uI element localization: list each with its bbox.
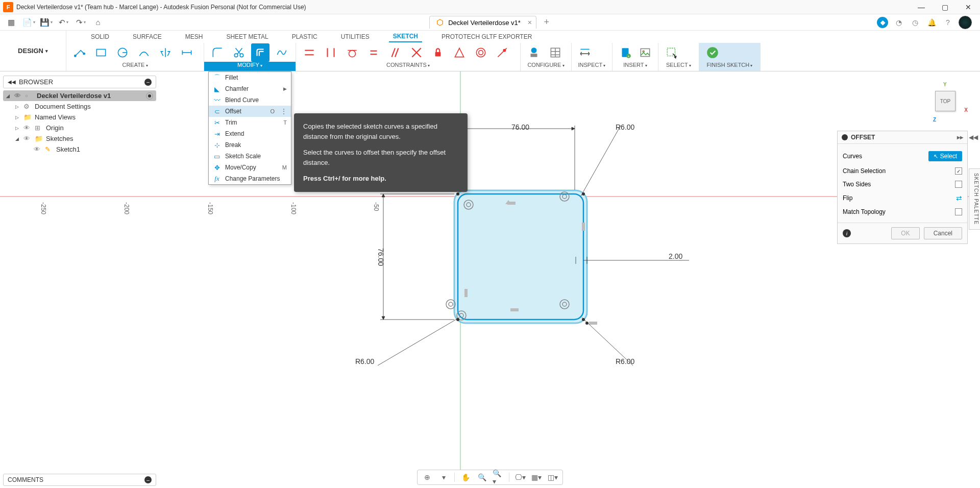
arc-tool[interactable] [135, 43, 153, 62]
perpendicular-constraint[interactable] [407, 43, 426, 62]
display-button[interactable]: 🖵▾ [514, 472, 526, 483]
menu-break[interactable]: ⊹Break [209, 139, 291, 151]
dim-br-radius[interactable]: R6.00 [616, 357, 634, 365]
visibility-icon[interactable]: 👁 [23, 135, 32, 142]
tree-item-settings[interactable]: ▷ ⚙ Document Settings [3, 101, 156, 112]
table-tool[interactable] [546, 43, 565, 62]
configure-group-label[interactable]: CONFIGURE [521, 62, 571, 71]
pin-icon[interactable]: ▸▸ [957, 134, 963, 141]
menu-extend[interactable]: ⇥Extend [209, 128, 291, 139]
notifications-icon[interactable]: 🔔 [926, 17, 937, 28]
inspect-group-label[interactable]: INSPECT [572, 62, 612, 71]
expand-icon[interactable]: ▷ [15, 104, 20, 109]
modify-group-label[interactable]: MODIFY [204, 62, 296, 71]
flip-button[interactable]: ⇄ [956, 194, 962, 202]
expand-icon[interactable]: ▷ [15, 115, 20, 120]
constraints-group-label[interactable]: CONSTRAINTS [296, 62, 520, 71]
viewport-button[interactable]: ◫▾ [547, 472, 558, 483]
dim-offset[interactable]: 2.00 [669, 252, 682, 260]
add-tab-button[interactable]: + [541, 16, 553, 29]
tab-solid[interactable]: SOLID [87, 32, 113, 42]
line-tool[interactable] [70, 43, 89, 62]
home-button[interactable]: ⌂ [91, 16, 105, 29]
circle-tool[interactable] [113, 43, 132, 62]
comments-bar[interactable]: COMMENTS – [3, 474, 156, 486]
midpoint-constraint[interactable] [450, 43, 469, 62]
collapse-icon[interactable] [842, 134, 848, 140]
ok-button[interactable]: OK [891, 227, 919, 239]
new-file-button[interactable]: 📄 [21, 16, 36, 29]
minimize-panel-icon[interactable]: – [144, 79, 152, 86]
tab-sketch[interactable]: SKETCH [389, 31, 422, 42]
updates-icon[interactable]: ◔ [893, 17, 904, 28]
more-icon[interactable]: ⋮ [281, 108, 287, 115]
trim-tool[interactable] [230, 43, 248, 62]
menu-move[interactable]: ✥Move/CopyM [209, 162, 291, 173]
tab-mesh[interactable]: MESH [181, 32, 207, 42]
match-checkbox[interactable] [955, 208, 962, 215]
save-button[interactable]: 💾 [39, 16, 53, 29]
grid-button[interactable]: ▦▾ [531, 472, 542, 483]
fillet-tool[interactable] [208, 43, 227, 62]
menu-params[interactable]: fxChange Parameters [209, 173, 291, 184]
tab-surface[interactable]: SURFACE [129, 32, 166, 42]
menu-fillet[interactable]: ⌒Fillet [209, 72, 291, 83]
browser-header[interactable]: ◀◀ BROWSER – [3, 76, 156, 88]
menu-blend[interactable]: 〰Blend Curve [209, 94, 291, 106]
insert-group-label[interactable]: INSERT [612, 62, 658, 71]
menu-chamfer[interactable]: ◣Chamfer▶ [209, 83, 291, 94]
measure-tool[interactable] [576, 43, 594, 62]
view-cube[interactable]: Y TOP X Z [929, 85, 965, 120]
dimension-tool[interactable] [178, 43, 196, 62]
menu-offset[interactable]: ⊂OffsetO⋮ [209, 106, 291, 117]
apps-grid-icon[interactable]: ▦ [4, 16, 18, 29]
palette-collapse-icon[interactable]: ◀◀ [969, 134, 978, 141]
tree-item-sketch1[interactable]: 👁 ✎ Sketch1 [3, 144, 156, 155]
minimize-comments-icon[interactable]: – [144, 476, 152, 483]
job-status-icon[interactable]: ◷ [910, 17, 921, 28]
redo-button[interactable]: ↷ [74, 16, 88, 29]
tree-item-sketches[interactable]: ◢ 👁 📁 Sketches [3, 133, 156, 144]
vertical-constraint[interactable] [322, 43, 340, 62]
collapse-icon[interactable]: ◢ [15, 136, 20, 141]
orbit-button[interactable]: ⊕ [422, 472, 433, 483]
equal-constraint[interactable] [364, 43, 383, 62]
rectangle-tool[interactable] [92, 43, 110, 62]
minimize-button[interactable]: — [910, 0, 933, 14]
dim-left-height[interactable]: 76.00 [377, 248, 385, 266]
user-avatar[interactable] [959, 16, 972, 29]
fix-constraint[interactable] [429, 43, 447, 62]
horizontal-constraint[interactable] [300, 43, 318, 62]
coincident-constraint[interactable] [493, 43, 511, 62]
help-icon[interactable]: ? [942, 17, 953, 28]
create-group-label[interactable]: CREATE [66, 62, 204, 71]
insert-component-tool[interactable]: + [617, 43, 634, 62]
extensions-icon[interactable]: ◆ [877, 17, 888, 28]
menu-trim[interactable]: ✂TrimT [209, 117, 291, 128]
undo-button[interactable]: ↶ [56, 16, 70, 29]
tab-prototech[interactable]: PROTOTECH GLTF EXPORTER [437, 32, 536, 42]
visibility-icon[interactable]: 👁 [23, 124, 32, 132]
viewcube-face[interactable]: TOP [935, 91, 955, 111]
two-sides-checkbox[interactable] [955, 181, 962, 188]
tree-item-origin[interactable]: ▷ 👁 ⊞ Origin [3, 123, 156, 133]
cancel-button[interactable]: Cancel [924, 227, 962, 239]
pan-button[interactable]: ✋ [460, 472, 471, 483]
dim-top-radius[interactable]: R6.00 [616, 123, 634, 131]
collapse-icon[interactable]: ◀◀ [8, 79, 16, 85]
info-icon[interactable]: i [843, 229, 851, 237]
finish-sketch-button[interactable] [703, 43, 722, 62]
document-tab[interactable]: Deckel Verteilerdose v1* × [429, 16, 536, 29]
zoom-button[interactable]: 🔍 [476, 472, 487, 483]
offset-panel-header[interactable]: OFFSET ▸▸ [838, 131, 967, 144]
menu-scale[interactable]: ▭Sketch Scale [209, 151, 291, 162]
close-button[interactable]: ✕ [957, 0, 980, 14]
tree-root[interactable]: ◢ 👁 ▫ Deckel Verteilerdose v1 [3, 90, 156, 101]
mirror-tool[interactable] [156, 43, 175, 62]
zoom-window-button[interactable]: 🔍▾ [493, 472, 504, 483]
activate-radio[interactable] [146, 92, 153, 100]
close-tab-icon[interactable]: × [528, 18, 532, 27]
concentric-constraint[interactable] [472, 43, 490, 62]
finish-group-label[interactable]: FINISH SKETCH [699, 62, 760, 71]
chain-checkbox[interactable] [955, 167, 962, 175]
